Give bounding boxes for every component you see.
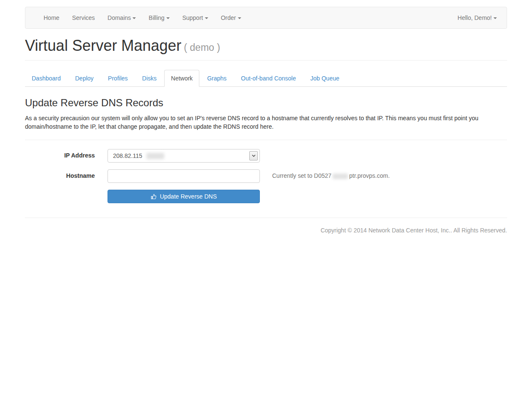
user-menu-label: Hello, Demo! xyxy=(458,14,492,21)
nav-item-services: Services xyxy=(66,7,101,28)
ip-address-field: 208.82.115 xyxy=(108,149,260,163)
hostname-label: Hostname xyxy=(25,169,108,183)
current-rdns-prefix: Currently set to D0527 xyxy=(272,172,331,179)
tab-link-graphs[interactable]: Graphs xyxy=(200,70,233,87)
rdns-form: IP Address 208.82.115 Hostname Currently… xyxy=(25,149,507,203)
footer-divider xyxy=(25,218,507,218)
chevron-down-icon xyxy=(252,155,256,157)
caret-down-icon xyxy=(238,17,241,19)
select-arrow-button[interactable] xyxy=(249,151,258,160)
hostname-field xyxy=(108,169,260,183)
nav-label: Domains xyxy=(108,14,131,21)
tab-link-network[interactable]: Network xyxy=(164,70,199,87)
nav-item-domains: Domains xyxy=(101,7,142,28)
tab-network: Network xyxy=(164,70,199,87)
navbar-right: Hello, Demo! xyxy=(451,7,503,28)
nav-item-order: Order xyxy=(215,7,248,28)
nav-item-billing: Billing xyxy=(142,7,176,28)
section-description: As a security precausion our system will… xyxy=(25,114,507,131)
submit-row: Update Reverse DNS xyxy=(25,190,507,203)
tab-link-oob-console[interactable]: Out-of-band Console xyxy=(234,70,303,87)
nav-label: Order xyxy=(221,14,236,21)
tab-dashboard: Dashboard xyxy=(25,70,68,87)
nav-label: Billing xyxy=(149,14,164,21)
tab-link-dashboard[interactable]: Dashboard xyxy=(25,70,68,87)
ip-address-select[interactable]: 208.82.115 xyxy=(108,149,260,163)
user-menu[interactable]: Hello, Demo! xyxy=(451,7,503,28)
nav-link-domains[interactable]: Domains xyxy=(101,7,142,28)
nav-link-order[interactable]: Order xyxy=(215,7,248,28)
section-heading: Update Reverse DNS Records xyxy=(25,97,507,109)
redacted-ip-blur xyxy=(146,153,164,159)
page-header: Virtual Server Manager( demo ) xyxy=(25,37,507,61)
tab-link-profiles[interactable]: Profiles xyxy=(101,70,135,87)
update-reverse-dns-label: Update Reverse DNS xyxy=(160,193,217,200)
hostname-row: Hostname Currently set to D0527ptr.provp… xyxy=(25,169,507,183)
tab-deploy: Deploy xyxy=(69,70,101,87)
current-rdns-text: Currently set to D0527ptr.provps.com. xyxy=(272,169,390,183)
tab-link-disks[interactable]: Disks xyxy=(135,70,163,87)
current-rdns-suffix: ptr.provps.com. xyxy=(349,172,390,179)
tab-bar: Dashboard Deploy Profiles Disks Network … xyxy=(25,70,507,87)
page-title: Virtual Server Manager( demo ) xyxy=(25,37,507,56)
tab-graphs: Graphs xyxy=(200,70,233,87)
ip-address-label: IP Address xyxy=(25,149,108,163)
page-title-text: Virtual Server Manager xyxy=(25,37,182,54)
submit-row-spacer xyxy=(25,190,108,203)
caret-down-icon xyxy=(205,17,208,19)
page-subtitle: ( demo ) xyxy=(184,42,221,53)
update-reverse-dns-button[interactable]: Update Reverse DNS xyxy=(108,190,260,203)
tab-link-deploy[interactable]: Deploy xyxy=(69,70,101,87)
tab-oob-console: Out-of-band Console xyxy=(234,70,303,87)
tab-profiles: Profiles xyxy=(101,70,135,87)
nav-link-home[interactable]: Home xyxy=(37,7,66,28)
nav-link-billing[interactable]: Billing xyxy=(142,7,176,28)
nav-link-services[interactable]: Services xyxy=(66,7,101,28)
nav-label: Support xyxy=(182,14,203,21)
ip-address-row: IP Address 208.82.115 xyxy=(25,149,507,163)
thumbs-up-icon xyxy=(151,193,157,200)
tab-job-queue: Job Queue xyxy=(303,70,346,87)
caret-down-icon xyxy=(132,17,136,19)
caret-down-icon xyxy=(166,17,170,19)
main-nav: Home Services Domains Billing Support Or… xyxy=(37,7,248,28)
top-navbar: Home Services Domains Billing Support Or… xyxy=(25,7,507,29)
redacted-rdns-blur xyxy=(333,174,348,179)
caret-down-icon xyxy=(493,17,497,19)
tab-disks: Disks xyxy=(135,70,163,87)
nav-item-support: Support xyxy=(176,7,215,28)
hostname-input[interactable] xyxy=(108,169,260,183)
nav-link-support[interactable]: Support xyxy=(176,7,215,28)
nav-item-home: Home xyxy=(37,7,66,28)
ip-address-value: 208.82.115 xyxy=(113,152,142,159)
nav-label: Home xyxy=(44,14,59,21)
divider xyxy=(25,140,507,140)
nav-label: Services xyxy=(72,14,95,21)
tab-link-job-queue[interactable]: Job Queue xyxy=(303,70,346,87)
copyright-text: Copyright © 2014 Network Data Center Hos… xyxy=(25,227,507,234)
page-container: Home Services Domains Billing Support Or… xyxy=(25,7,507,234)
